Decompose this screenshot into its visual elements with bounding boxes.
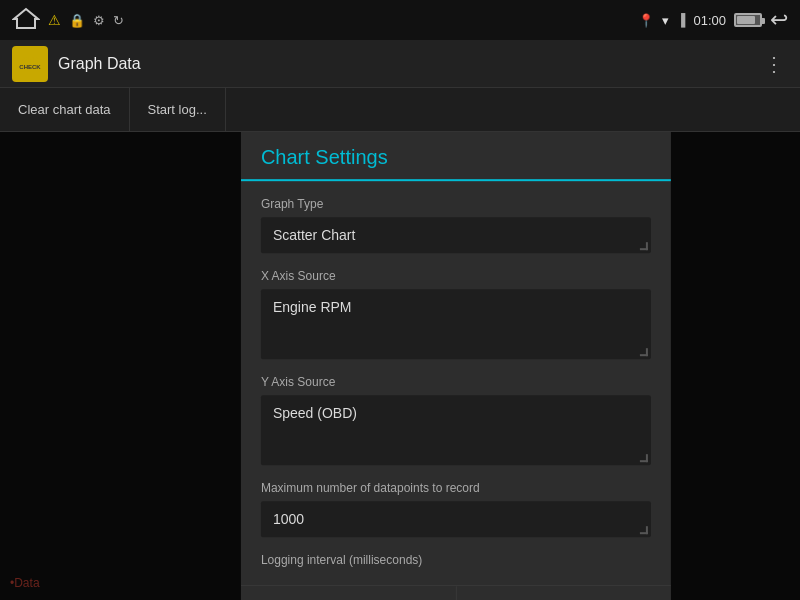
status-bar: ⚠ 🔒 ⚙ ↻ 📍 ▾ ▐ 01:00 ↩ [0,0,800,40]
graph-type-value: Scatter Chart [273,227,355,243]
more-options-button[interactable]: ⋮ [760,48,788,80]
x-axis-label: X Axis Source [261,269,651,283]
toolbar: Clear chart data Start log... [0,88,800,132]
x-axis-wrapper: Engine RPM [261,289,651,359]
app-logo: OBD CHECK [12,46,48,82]
dialog-actions: Cancel OK [241,585,671,600]
time-display: 01:00 [693,13,726,28]
svg-marker-0 [14,9,38,28]
location-icon: 📍 [638,13,654,28]
dialog-title: Chart Settings [261,146,388,168]
max-datapoints-resize-handle [640,526,648,534]
ok-button[interactable]: OK [456,586,671,600]
warning-icon: ⚠ [48,12,61,28]
main-content: •Data Chart Settings Graph Type Scatter … [0,132,800,600]
status-bar-right: 📍 ▾ ▐ 01:00 ↩ [638,7,788,33]
graph-type-wrapper: Scatter Chart [261,217,651,253]
max-datapoints-wrapper: 1000 [261,501,651,537]
app-bar: OBD CHECK Graph Data ⋮ [0,40,800,88]
signal-bars-icon: ▐ [677,13,686,27]
x-axis-value: Engine RPM [273,299,352,315]
battery-icon [734,13,762,27]
max-datapoints-value: 1000 [273,511,304,527]
refresh-icon: ↻ [113,13,124,28]
max-datapoints-label: Maximum number of datapoints to record [261,481,651,495]
x-axis-field[interactable]: Engine RPM [261,289,651,359]
start-log-button[interactable]: Start log... [130,88,226,132]
y-axis-wrapper: Speed (OBD) [261,395,651,465]
x-axis-resize-handle [640,348,648,356]
max-datapoints-field[interactable]: 1000 [261,501,651,537]
graph-type-field[interactable]: Scatter Chart [261,217,651,253]
dialog-title-bar: Chart Settings [241,132,671,181]
wifi-icon: ▾ [662,13,669,28]
signal-icon: ⚙ [93,13,105,28]
dialog-body: Graph Type Scatter Chart X Axis Source E… [241,181,671,573]
y-axis-field[interactable]: Speed (OBD) [261,395,651,465]
home-icon[interactable] [12,6,40,34]
resize-handle [640,242,648,250]
y-axis-label: Y Axis Source [261,375,651,389]
y-axis-value: Speed (OBD) [273,405,357,421]
cancel-button[interactable]: Cancel [241,586,457,600]
y-axis-resize-handle [640,454,648,462]
lock-icon: 🔒 [69,13,85,28]
back-button[interactable]: ↩ [770,7,788,33]
app-title: Graph Data [58,55,750,73]
status-bar-left: ⚠ 🔒 ⚙ ↻ [12,6,124,34]
clear-chart-button[interactable]: Clear chart data [0,88,130,132]
logging-interval-label: Logging interval (milliseconds) [261,553,651,567]
graph-type-label: Graph Type [261,197,651,211]
chart-settings-dialog: Chart Settings Graph Type Scatter Chart … [241,132,671,600]
